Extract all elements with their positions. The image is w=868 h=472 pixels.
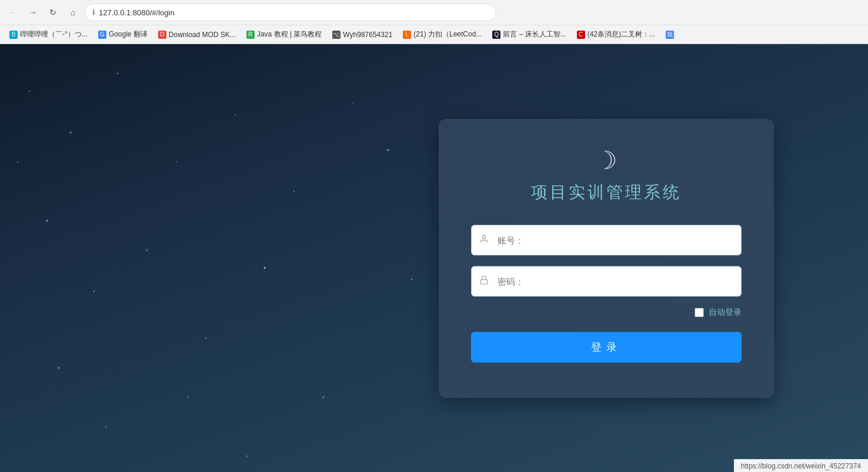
auto-login-checkbox[interactable] — [695, 308, 704, 317]
bookmark-google-translate[interactable]: G Google 翻译 — [94, 28, 152, 41]
svg-point-0 — [29, 91, 30, 92]
auto-login-label[interactable]: 自动登录 — [709, 307, 742, 318]
user-icon — [479, 234, 489, 246]
status-url: https://blog.csdn.net/weixin_45227374 — [741, 462, 861, 470]
password-input[interactable] — [471, 266, 742, 297]
bookmark-qianjin[interactable]: Q 前言 – 床长人工智... — [488, 28, 570, 41]
bookmarks-bar: B 哔哩哔哩（￣-°）つ... G Google 翻译 D Download M… — [0, 25, 868, 44]
username-group — [471, 225, 742, 255]
svg-point-2 — [117, 73, 118, 74]
github-label: Wyh987654321 — [343, 31, 392, 39]
runoob-label: Java 教程 | 菜鸟教程 — [257, 29, 322, 39]
auto-login-row: 自动登录 — [471, 307, 742, 318]
svg-point-15 — [388, 149, 389, 151]
csdn-label: (42条消息)二叉树：... — [587, 29, 655, 39]
svg-point-6 — [94, 291, 95, 292]
svg-point-4 — [46, 220, 48, 222]
leetcode-label: (21) 力扣（LeetCod... — [413, 29, 482, 39]
svg-point-12 — [188, 397, 189, 398]
svg-point-3 — [176, 161, 177, 162]
csdn-favicon: C — [577, 31, 585, 39]
unknown-favicon: 我 — [666, 31, 674, 39]
svg-point-17 — [105, 426, 106, 427]
username-input[interactable] — [471, 225, 742, 255]
svg-point-13 — [58, 367, 60, 369]
bilibili-label: 哔哩哔哩（￣-°）つ... — [20, 29, 88, 39]
address-bar[interactable]: ℹ 127.0.0.1:8080/#/login — [85, 4, 496, 21]
login-button[interactable]: 登录 — [471, 332, 742, 363]
bookmark-download-mod[interactable]: D Download MOD SK... — [153, 29, 241, 41]
browser-chrome: ← → ↻ ⌂ ℹ 127.0.0.1:8080/#/login B 哔哩哔哩（… — [0, 0, 868, 44]
svg-point-7 — [146, 250, 148, 251]
password-group — [471, 266, 742, 297]
bookmark-github[interactable]: ⌥ Wyh987654321 — [328, 29, 397, 41]
qianjin-favicon: Q — [492, 31, 500, 39]
svg-point-9 — [293, 191, 295, 192]
lock-icon — [479, 275, 489, 287]
system-title: 项目实训管理系统 — [531, 181, 682, 204]
svg-point-20 — [482, 235, 485, 238]
login-card: ☽ 项目实训管理系统 自动登录 — [439, 119, 774, 398]
moon-icon: ☽ — [595, 148, 617, 173]
download-mod-favicon: D — [158, 31, 166, 39]
leetcode-favicon: L — [403, 31, 411, 39]
svg-point-16 — [17, 161, 18, 162]
bookmark-unknown[interactable]: 我 — [661, 29, 679, 41]
svg-point-5 — [235, 114, 236, 115]
bilibili-favicon: B — [9, 31, 18, 39]
status-bar: https://blog.csdn.net/weixin_45227374 — [734, 459, 868, 472]
bookmark-csdn[interactable]: C (42条消息)二叉树：... — [572, 28, 660, 41]
address-icon: ℹ — [92, 8, 95, 16]
svg-point-10 — [264, 267, 266, 269]
download-mod-label: Download MOD SK... — [169, 31, 236, 39]
google-translate-label: Google 翻译 — [109, 29, 148, 39]
svg-point-14 — [411, 279, 412, 280]
svg-point-1 — [70, 132, 72, 134]
qianjin-label: 前言 – 床长人工智... — [503, 29, 566, 39]
page-content: ☽ 项目实训管理系统 自动登录 — [0, 44, 868, 472]
svg-point-11 — [352, 102, 353, 104]
reload-button[interactable]: ↻ — [45, 4, 61, 21]
svg-rect-21 — [480, 280, 488, 284]
forward-button[interactable]: → — [25, 4, 41, 21]
browser-toolbar: ← → ↻ ⌂ ℹ 127.0.0.1:8080/#/login — [0, 0, 868, 25]
home-button[interactable]: ⌂ — [65, 4, 81, 21]
svg-point-8 — [205, 338, 206, 339]
bookmark-leetcode[interactable]: L (21) 力扣（LeetCod... — [398, 28, 486, 41]
svg-point-18 — [323, 397, 325, 398]
github-favicon: ⌥ — [332, 31, 340, 39]
google-translate-favicon: G — [98, 31, 106, 39]
bookmark-runoob[interactable]: R Java 教程 | 菜鸟教程 — [242, 28, 326, 41]
back-button[interactable]: ← — [5, 4, 21, 21]
url-text: 127.0.0.1:8080/#/login — [99, 8, 175, 17]
bookmark-bilibili[interactable]: B 哔哩哔哩（￣-°）つ... — [5, 28, 92, 41]
svg-point-19 — [246, 456, 248, 457]
runoob-favicon: R — [246, 31, 255, 39]
